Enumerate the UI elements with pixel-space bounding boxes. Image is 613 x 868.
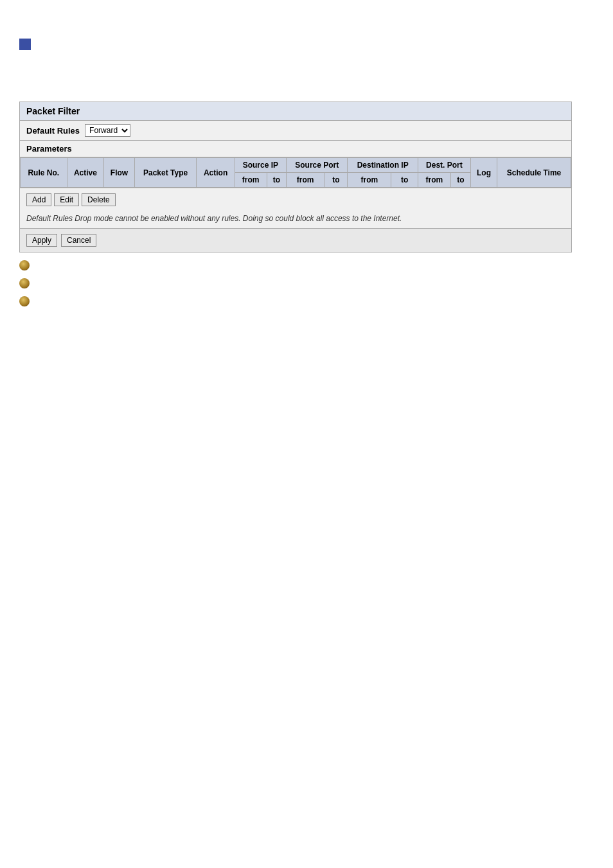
col-subheader-dest-ip-from: from [348,173,391,188]
bullet-circle-2 [19,278,30,288]
default-rules-select[interactable]: Forward Drop [85,124,130,137]
col-subheader-src-ip-from: from [235,173,267,188]
add-button[interactable]: Add [26,193,51,206]
parameters-label: Parameters [26,144,72,154]
col-header-destination-ip: Destination IP [348,158,418,173]
col-header-rule-no: Rule No. [21,158,67,188]
col-subheader-src-port-to: to [324,173,348,188]
col-header-source-ip: Source IP [235,158,286,173]
col-header-schedule-time: Schedule Time [497,158,571,188]
apply-button[interactable]: Apply [26,234,57,247]
notice-row: Default Rules Drop mode cannot be enable… [20,211,571,228]
col-subheader-dest-port-from: from [418,173,450,188]
section-title: Packet Filter [20,102,571,121]
page-wrapper: Packet Filter Default Rules Forward Drop… [0,0,613,326]
col-header-action: Action [197,158,235,188]
parameters-row: Parameters [20,141,571,157]
col-subheader-src-port-from: from [287,173,324,188]
col-header-dest-port: Dest. Port [418,158,470,173]
col-header-log: Log [470,158,497,188]
delete-button[interactable]: Delete [82,193,116,206]
col-header-source-port: Source Port [287,158,348,173]
default-rules-row: Default Rules Forward Drop [20,121,571,141]
buttons-row: Add Edit Delete [20,188,571,211]
cancel-button[interactable]: Cancel [61,234,96,247]
col-header-active: Active [67,158,104,188]
notice-text: Default Rules Drop mode cannot be enable… [26,214,402,223]
default-rules-label: Default Rules [26,126,80,136]
bullet-item-1 [19,260,594,270]
filter-table: Rule No. Active Flow Packet Type Action [20,157,571,188]
col-subheader-src-ip-to: to [267,173,287,188]
bullet-circle-1 [19,260,30,270]
col-subheader-dest-ip-to: to [391,173,418,188]
bullet-circle-3 [19,296,30,306]
blue-square-icon [19,39,31,50]
bullet-item-2 [19,278,594,288]
col-header-flow: Flow [104,158,134,188]
packet-filter-title: Packet Filter [26,106,80,116]
edit-button[interactable]: Edit [54,193,79,206]
packet-filter-container: Packet Filter Default Rules Forward Drop… [19,102,572,252]
col-subheader-dest-port-to: to [450,173,470,188]
bullet-item-3 [19,296,594,306]
table-container: Rule No. Active Flow Packet Type Action [20,157,571,188]
bullet-list [19,260,594,306]
col-header-packet-type: Packet Type [134,158,197,188]
apply-cancel-row: Apply Cancel [20,228,571,252]
